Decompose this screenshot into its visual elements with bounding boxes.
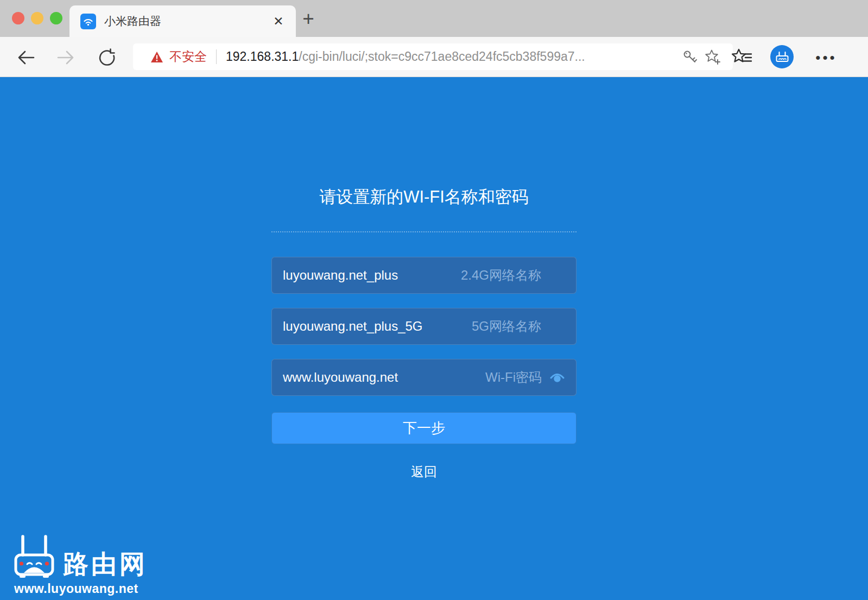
wifi-password-input[interactable] bbox=[283, 370, 485, 385]
window-zoom-button[interactable] bbox=[50, 12, 62, 24]
wifi-24g-name-field[interactable]: 2.4G网络名称 bbox=[271, 257, 576, 294]
new-tab-button[interactable]: + bbox=[296, 7, 321, 31]
star-plus-icon bbox=[705, 49, 721, 65]
page-title: 请设置新的WI-FI名称和密码 bbox=[271, 186, 576, 209]
logo-brand-text: 路由网 bbox=[63, 551, 148, 580]
address-bar[interactable]: 不安全 192.168.31.1/cgi-bin/luci/;stok=c9cc… bbox=[133, 43, 733, 70]
wifi-5g-name-input[interactable] bbox=[283, 319, 472, 334]
refresh-button[interactable] bbox=[96, 47, 118, 68]
tab-bar: 小米路由器 ✕ + bbox=[0, 0, 868, 37]
security-warning-label[interactable]: 不安全 bbox=[169, 48, 207, 65]
warning-triangle-icon bbox=[150, 51, 163, 63]
back-link[interactable]: 返回 bbox=[271, 463, 576, 481]
add-favorite-button[interactable] bbox=[701, 46, 724, 68]
back-arrow-icon bbox=[17, 49, 35, 66]
wifi-24g-name-label: 2.4G网络名称 bbox=[461, 267, 541, 284]
show-password-toggle[interactable] bbox=[549, 371, 565, 383]
wifi-24g-name-input[interactable] bbox=[283, 268, 461, 283]
refresh-icon bbox=[98, 48, 116, 67]
url-domain: 192.168.31.1 bbox=[226, 49, 299, 64]
luyouwang-logo: 路由网 www.luyouwang.net bbox=[14, 532, 148, 596]
window-minimize-button[interactable] bbox=[31, 12, 43, 24]
next-step-button[interactable]: 下一步 bbox=[271, 412, 576, 444]
wifi-5g-name-label: 5G网络名称 bbox=[472, 318, 541, 335]
tab-title: 小米路由器 bbox=[104, 14, 268, 29]
eye-icon bbox=[549, 371, 565, 383]
more-options-button[interactable]: ••• bbox=[811, 47, 841, 68]
password-key-button[interactable] bbox=[679, 46, 701, 68]
forward-button[interactable] bbox=[55, 47, 77, 68]
logo-url-text: www.luyouwang.net bbox=[14, 582, 148, 596]
urlbar-divider bbox=[216, 49, 217, 64]
back-button[interactable] bbox=[15, 47, 37, 68]
browser-tab[interactable]: 小米路由器 ✕ bbox=[69, 5, 296, 37]
tab-close-icon[interactable]: ✕ bbox=[268, 10, 289, 32]
url-path: /cgi-bin/luci/;stok=c9cc71ae8ced24fc5cb3… bbox=[299, 49, 585, 64]
url-text[interactable]: 192.168.31.1/cgi-bin/luci/;stok=c9cc71ae… bbox=[226, 49, 585, 64]
wifi-password-label: Wi-Fi密码 bbox=[485, 369, 542, 386]
dotted-divider bbox=[271, 231, 576, 232]
window-close-button[interactable] bbox=[12, 12, 24, 24]
key-icon bbox=[682, 49, 698, 65]
wifi-5g-name-field[interactable]: 5G网络名称 bbox=[271, 308, 576, 345]
router-profile-avatar[interactable] bbox=[770, 45, 794, 68]
wifi-password-field[interactable]: Wi-Fi密码 bbox=[271, 359, 576, 396]
browser-toolbar: 不安全 192.168.31.1/cgi-bin/luci/;stok=c9cc… bbox=[0, 37, 868, 77]
wifi-favicon-icon bbox=[80, 14, 96, 29]
favorites-hub-button[interactable] bbox=[730, 46, 754, 70]
favorites-hub-icon bbox=[731, 48, 753, 67]
router-setup-page: 请设置新的WI-FI名称和密码 2.4G网络名称 5G网络名称 Wi-Fi密码 … bbox=[0, 77, 868, 600]
router-avatar-icon bbox=[775, 49, 790, 65]
router-mascot-icon bbox=[14, 532, 56, 580]
forward-arrow-icon bbox=[56, 49, 75, 66]
